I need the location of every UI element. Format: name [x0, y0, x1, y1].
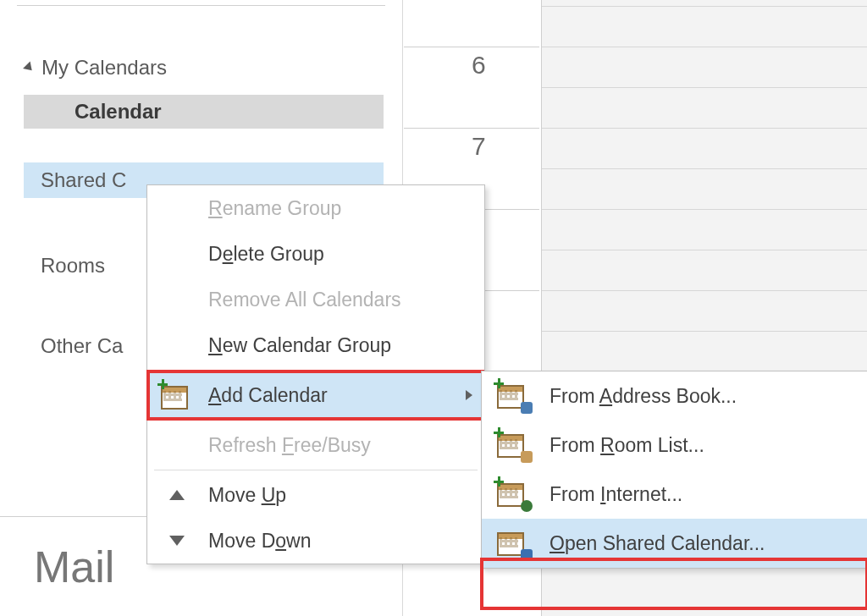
menu-separator	[154, 470, 478, 470]
menu-separator	[154, 420, 478, 421]
ctx-new-calendar-group[interactable]: New Calendar Group	[147, 322, 484, 368]
sub-label: From Address Book...	[549, 385, 737, 408]
time-cell: 5	[404, 0, 539, 47]
calendar-shared-icon	[497, 529, 527, 558]
sub-from-room-list[interactable]: From Room List...	[482, 421, 867, 470]
ctx-move-up[interactable]: Move Up	[147, 472, 484, 518]
time-slot[interactable]	[542, 0, 867, 7]
ctx-label: Move Down	[208, 530, 311, 553]
sidebar-item-rooms[interactable]: Rooms	[41, 254, 105, 278]
time-cell: 6	[404, 47, 539, 129]
time-slot[interactable]	[542, 129, 867, 169]
ctx-delete-group[interactable]: Delete Group	[147, 231, 484, 277]
ctx-rename-group: Rename Group	[147, 185, 484, 231]
time-slot[interactable]	[542, 332, 867, 372]
add-calendar-submenu: From Address Book... From Room List... F…	[481, 371, 867, 569]
group-header-my-calendars[interactable]: My Calendars	[25, 56, 167, 80]
sidebar-item-label: Other Ca	[41, 334, 123, 357]
sidebar-item-label: Rooms	[41, 254, 105, 277]
ctx-refresh-free-busy: Refresh Free/Busy	[147, 422, 484, 468]
ctx-move-down[interactable]: Move Down	[147, 518, 484, 564]
sub-from-internet[interactable]: From Internet...	[482, 470, 867, 519]
ctx-label: Move Up	[208, 484, 286, 507]
time-slot[interactable]	[542, 47, 867, 88]
calendar-room-icon	[497, 431, 527, 459]
time-slot[interactable]	[542, 291, 867, 332]
ctx-label: Rename Group	[208, 197, 341, 220]
ctx-add-calendar[interactable]: Add Calendar	[147, 372, 484, 418]
sub-label: Open Shared Calendar...	[549, 532, 765, 555]
app-root: My Calendars Calendar Shared C Rooms Oth…	[0, 0, 867, 616]
triangle-down-icon	[169, 536, 185, 546]
group-header-label: My Calendars	[41, 56, 167, 80]
time-slot[interactable]	[542, 88, 867, 129]
sidebar-item-calendar[interactable]: Calendar	[24, 95, 384, 129]
submenu-arrow-icon	[466, 390, 472, 400]
time-slot[interactable]	[542, 210, 867, 250]
context-menu: Rename Group Delete Group Remove All Cal…	[146, 184, 485, 564]
sidebar-divider	[17, 5, 385, 6]
ctx-label: New Calendar Group	[208, 334, 391, 357]
triangle-up-icon	[169, 490, 185, 500]
calendar-internet-icon	[497, 480, 527, 509]
add-calendar-icon	[161, 382, 190, 408]
time-slot[interactable]	[542, 250, 867, 291]
menu-separator	[154, 370, 478, 371]
nav-mail[interactable]: Mail	[34, 542, 114, 592]
sidebar-item-other-calendars[interactable]: Other Ca	[41, 334, 123, 358]
sidebar-item-label: Calendar	[75, 100, 162, 124]
time-label: 6	[472, 51, 486, 79]
sub-from-address-book[interactable]: From Address Book...	[482, 371, 867, 421]
chevron-down-icon	[23, 62, 36, 74]
nav-mail-label: Mail	[34, 542, 114, 591]
sub-open-shared-calendar[interactable]: Open Shared Calendar...	[482, 519, 867, 568]
ctx-label: Add Calendar	[208, 384, 328, 407]
ctx-label: Remove All Calendars	[208, 289, 401, 311]
sidebar-item-label: Shared C	[41, 168, 126, 192]
ctx-label: Refresh Free/Busy	[208, 434, 371, 457]
ctx-label: Delete Group	[208, 243, 324, 266]
sub-label: From Room List...	[549, 434, 704, 457]
time-label: 7	[472, 132, 486, 160]
calendar-addressbook-icon	[497, 382, 527, 410]
sub-label: From Internet...	[549, 483, 682, 506]
time-slot[interactable]	[542, 7, 867, 47]
ctx-remove-all-calendars: Remove All Calendars	[147, 277, 484, 322]
time-slot[interactable]	[542, 169, 867, 210]
